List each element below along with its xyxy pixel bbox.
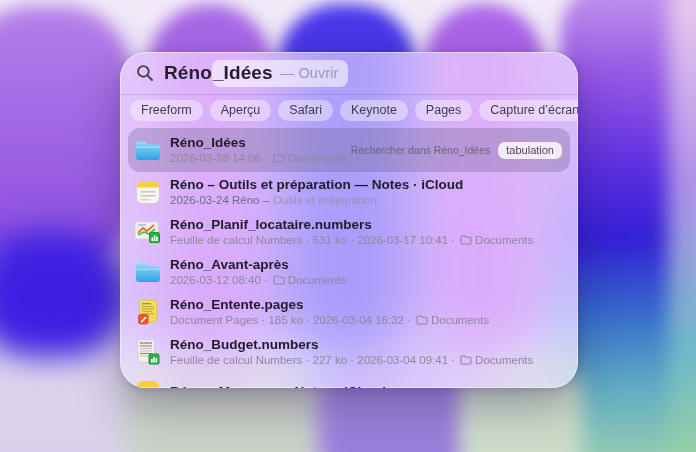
result-row-1[interactable]: Réno_Idées 2026-03-28 14:06 · Documents …	[128, 128, 570, 172]
result-subtitle: Feuille de calcul Numbers · 227 ko · 202…	[170, 353, 455, 367]
location-folder-icon	[460, 355, 472, 365]
result-row-4[interactable]: Réno_Avant-après 2026-03-12 08:40 · Docu…	[128, 252, 570, 292]
filter-chip-keynote[interactable]: Keynote	[340, 100, 408, 121]
filter-chip-freeform[interactable]: Freeform	[130, 100, 203, 121]
tab-key-badge: tabulation	[498, 142, 562, 159]
numbers-document-icon	[134, 339, 161, 366]
pages-document-icon	[134, 299, 161, 326]
filter-chips: Freeform Aperçu Safari Keynote Pages Cap…	[120, 95, 578, 125]
results-list: Réno_Idées 2026-03-28 14:06 · Documents …	[120, 125, 578, 388]
result-title: Réno_Budget.numbers	[170, 337, 533, 353]
result-subtitle: 2026-03-12 08:40 ·	[170, 273, 268, 287]
search-typed-text: Réno	[164, 62, 212, 84]
notes-icon	[134, 379, 161, 389]
desktop: Réno_Idées— Ouvrir Freeform Aperçu Safar…	[0, 0, 696, 452]
result-subtitle: Document Pages · 185 ko · 2026-03-04 16:…	[170, 313, 411, 327]
result-subtitle: 2026-03-28 14:06 ·	[170, 151, 268, 165]
result-location: Documents	[431, 313, 489, 327]
location-folder-icon	[460, 235, 472, 245]
filter-chip-capture-decran[interactable]: Capture d’écran	[479, 100, 578, 121]
filter-chip-apercu[interactable]: Aperçu	[210, 100, 272, 121]
result-row-2[interactable]: Réno – Outils et préparation — Notes · i…	[128, 172, 570, 212]
search-bar[interactable]: Réno_Idées— Ouvrir	[120, 52, 578, 95]
folder-icon	[134, 137, 161, 164]
search-icon	[136, 64, 154, 82]
filter-chip-safari[interactable]: Safari	[278, 100, 333, 121]
filter-chip-pages[interactable]: Pages	[415, 100, 472, 121]
numbers-document-icon	[134, 219, 161, 246]
result-location: Documents	[288, 151, 346, 165]
search-action-hint: — Ouvrir	[280, 65, 339, 81]
result-subtitle-rest: Outils et préparation	[273, 193, 377, 207]
result-row-3[interactable]: Réno_Planif_locataire.numbers Feuille de…	[128, 212, 570, 252]
result-title: Réno_Entente.pages	[170, 297, 489, 313]
result-title: Réno_Planif_locataire.numbers	[170, 217, 533, 233]
result-location: Documents	[288, 273, 346, 287]
result-title: Réno_Avant-après	[170, 257, 346, 273]
location-folder-icon	[416, 315, 428, 325]
result-title: Réno – Mesures — Notes · iCloud	[170, 384, 386, 388]
search-input[interactable]: Réno_Idées— Ouvrir	[164, 60, 348, 87]
result-row-5[interactable]: Réno_Entente.pages Document Pages · 185 …	[128, 292, 570, 332]
search-completion-text: _Idées	[213, 62, 273, 84]
result-title: Réno_Idées	[170, 135, 346, 151]
location-folder-icon	[273, 153, 285, 163]
result-row-7[interactable]: Réno – Mesures — Notes · iCloud	[128, 372, 570, 388]
notes-icon	[134, 179, 161, 206]
result-subtitle-match: 2026-03-24 Réno –	[170, 193, 269, 207]
result-subtitle: Feuille de calcul Numbers · 531 ko · 202…	[170, 233, 455, 247]
folder-icon	[134, 259, 161, 286]
result-location: Documents	[475, 353, 533, 367]
result-row-6[interactable]: Réno_Budget.numbers Feuille de calcul Nu…	[128, 332, 570, 372]
result-title: Réno – Outils et préparation — Notes · i…	[170, 177, 463, 193]
search-in-hint: Rechercher dans Réno_Idées	[351, 144, 491, 156]
search-completion-highlight: _Idées— Ouvrir	[212, 60, 349, 87]
result-location: Documents	[475, 233, 533, 247]
spotlight-panel: Réno_Idées— Ouvrir Freeform Aperçu Safar…	[120, 52, 578, 388]
location-folder-icon	[273, 275, 285, 285]
